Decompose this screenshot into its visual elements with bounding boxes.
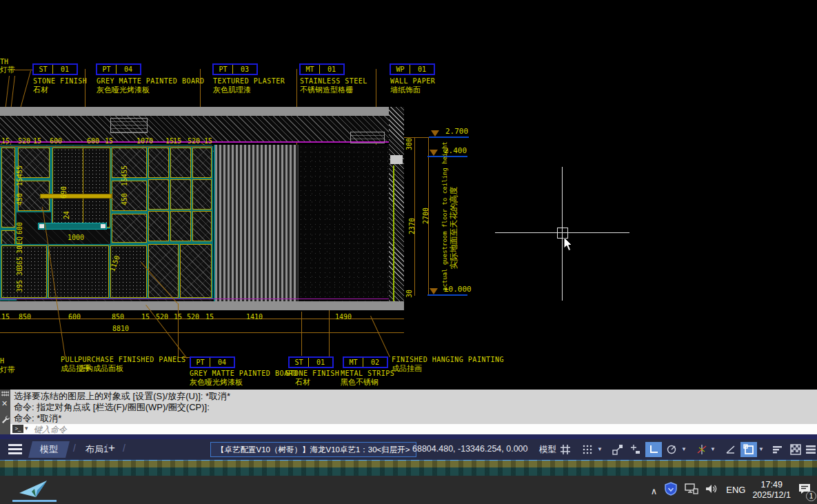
command-history-line: 选择要冻结的图层上的对象或 [设置(S)/放弃(U)]: *取消* bbox=[14, 391, 230, 401]
snap-dropdown-icon[interactable]: ▼ bbox=[597, 446, 603, 452]
doc-config-badge[interactable]: 【卓艺配置V10（树哥）】海龙V10卓艺1：30<归层开> bbox=[210, 442, 416, 457]
dim-text: 30 bbox=[406, 290, 413, 298]
dim-total-text: 8810 bbox=[112, 325, 129, 332]
app-window: TH 灯带 ST 01 STONE FINISH 石材 PT 04 GREY M… bbox=[0, 0, 817, 504]
material-tag-st01: ST 01 bbox=[32, 63, 78, 75]
column-edge-line bbox=[393, 165, 394, 307]
dim-text: 15 bbox=[105, 138, 113, 145]
annotation-scale-icon[interactable] bbox=[769, 442, 786, 457]
wrench-icon[interactable] bbox=[1, 414, 10, 427]
selection-cycling-icon[interactable] bbox=[740, 442, 757, 457]
command-input[interactable]: >_ ▾ 键入命令 bbox=[10, 424, 817, 434]
material-tag-mt01: MT 01 bbox=[299, 63, 345, 75]
material-tag-st01-bottom: ST 01 bbox=[288, 356, 334, 368]
panel-cell bbox=[1, 148, 15, 228]
isodraft-dropdown-icon[interactable]: ▼ bbox=[681, 446, 687, 452]
dim-text: 2370 bbox=[409, 218, 416, 234]
steel-grille-panel bbox=[214, 145, 298, 301]
dim-text: 1490 bbox=[335, 314, 352, 321]
panel-cell bbox=[148, 211, 169, 241]
floor-slab bbox=[0, 301, 404, 310]
dim-text: 520 bbox=[188, 138, 200, 145]
volume-icon[interactable] bbox=[705, 483, 719, 497]
dim-text: 300 bbox=[406, 138, 413, 150]
panel-cell bbox=[180, 244, 212, 298]
hatch-isolate-icon[interactable] bbox=[787, 442, 804, 457]
drawing-canvas[interactable]: TH 灯带 ST 01 STONE FINISH 石材 PT 04 GREY M… bbox=[0, 0, 817, 390]
dim-text: 15 bbox=[33, 138, 41, 145]
grid-display-icon[interactable] bbox=[557, 442, 574, 457]
callout-hanging-painting: FINISHED HANGING PAINTING 成品挂画 bbox=[392, 356, 504, 373]
ceiling-height-note-en: actual guestroom floor to ceiling height bbox=[441, 160, 448, 291]
dim-text: 600 bbox=[68, 314, 81, 321]
command-history-line: 命令: *取消* bbox=[14, 413, 61, 423]
dim-text: 395 bbox=[17, 280, 23, 292]
security-shield-icon[interactable] bbox=[664, 482, 678, 498]
prompt-dropdown-icon[interactable]: ▾ bbox=[25, 425, 28, 432]
panel-cell bbox=[112, 214, 147, 243]
layout-menu-icon[interactable] bbox=[8, 444, 22, 454]
detail-note-box bbox=[110, 118, 148, 133]
dim-text: 30 bbox=[17, 245, 23, 254]
ortho-mode-icon[interactable] bbox=[645, 442, 662, 457]
callout-partial-top: TH 灯带 bbox=[0, 58, 15, 74]
panel-cell bbox=[170, 148, 191, 178]
customization-icon[interactable] bbox=[803, 442, 817, 457]
command-panel: ✕ 选择要冻结的图层上的对象或 [设置(S)/放弃(U)]: *取消*命令: 指… bbox=[0, 390, 817, 439]
lower-panel bbox=[1, 245, 47, 298]
dim-text: 24 bbox=[63, 211, 70, 219]
snap-mode-icon[interactable] bbox=[579, 442, 596, 457]
dim-text: 15 bbox=[121, 178, 128, 186]
material-tag-pt03: PT 03 bbox=[212, 63, 258, 75]
clock[interactable]: 17:49 2025/12/1 bbox=[752, 480, 791, 501]
panel-cell bbox=[148, 148, 169, 178]
level-marker-icon bbox=[430, 288, 438, 294]
wallpaper-panel bbox=[298, 145, 389, 301]
object-snap-icon[interactable] bbox=[723, 442, 739, 457]
lower-panel bbox=[110, 245, 147, 298]
cad-app-taskbar-icon[interactable] bbox=[12, 478, 57, 502]
new-layout-button[interactable]: + bbox=[108, 441, 115, 455]
dim-text: 455 bbox=[17, 165, 23, 178]
lower-panel bbox=[48, 245, 109, 298]
object-snap-tracking-icon[interactable] bbox=[694, 442, 710, 457]
material-tag-mt02-bottom: MT 02 bbox=[343, 356, 388, 368]
otrack-dropdown-icon[interactable]: ▼ bbox=[710, 446, 716, 452]
dim-line bbox=[414, 137, 415, 296]
drag-grip-icon[interactable] bbox=[1, 391, 9, 396]
panel-cell bbox=[170, 211, 191, 241]
tray-expand-icon[interactable]: ∧ bbox=[651, 486, 658, 496]
material-tag-wp01: WP 01 bbox=[390, 63, 435, 75]
dim-text: 600 bbox=[17, 222, 23, 234]
desktop-wallpaper-strip bbox=[0, 460, 817, 476]
level-marker-icon bbox=[430, 150, 438, 156]
ceiling-height-note-cn: 实际地面至天花的高度 bbox=[448, 163, 460, 294]
dynamic-input-icon[interactable] bbox=[609, 442, 626, 457]
panel-cell bbox=[192, 211, 212, 241]
leader-line bbox=[329, 310, 330, 359]
notification-center-icon[interactable]: 1 bbox=[798, 483, 811, 498]
dim-text: 850 bbox=[112, 314, 124, 321]
isodraft-icon[interactable] bbox=[663, 442, 680, 457]
dim-text: 15 bbox=[205, 314, 214, 321]
selection-dropdown-icon[interactable]: ▼ bbox=[758, 446, 764, 452]
panel-bottom-strip bbox=[0, 434, 817, 439]
polar-tracking-icon[interactable] bbox=[627, 442, 644, 457]
network-icon[interactable] bbox=[685, 483, 698, 497]
language-indicator[interactable]: ENG bbox=[726, 485, 745, 495]
panel-cell bbox=[148, 179, 169, 210]
level-line bbox=[429, 137, 469, 138]
clock-time: 17:49 bbox=[752, 480, 791, 490]
tab-model[interactable]: 模型 bbox=[28, 441, 70, 458]
material-tag-pt04: PT 04 bbox=[96, 63, 141, 75]
callout-purchase-panels: PURCHASE FINISHED PANELS 选购成品面板 bbox=[78, 356, 186, 373]
dim-text: 1070 bbox=[137, 138, 153, 145]
material-label-pt04: GREY MATTE PAINTED BOARD 灰色哑光烤漆板 bbox=[97, 77, 205, 94]
material-label-pt04-bottom: GREY MATTE PAINTED BOARD 灰色哑光烤漆板 bbox=[190, 370, 298, 387]
close-icon[interactable]: ✕ bbox=[1, 399, 8, 408]
material-label-pt03: TEXTURED PLASTER 灰色肌理漆 bbox=[213, 77, 285, 94]
command-history[interactable]: 选择要冻结的图层上的对象或 [设置(S)/放弃(U)]: *取消*命令: 指定对… bbox=[14, 391, 230, 424]
dim-text: EQ bbox=[17, 236, 23, 245]
level-text: 2.700 bbox=[445, 127, 468, 136]
panel-cell bbox=[192, 148, 212, 178]
